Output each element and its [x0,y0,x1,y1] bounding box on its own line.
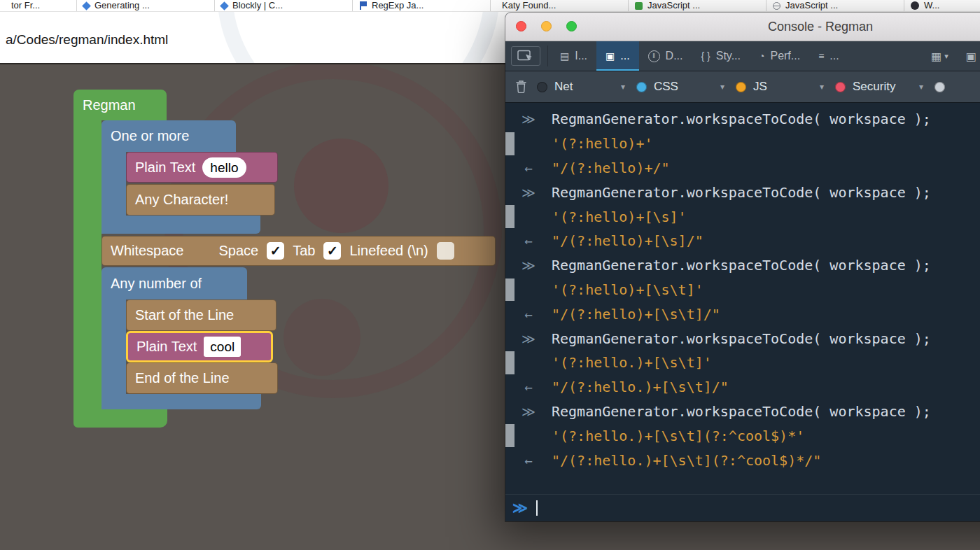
block-any-number-header[interactable]: Any number of [102,267,247,299]
screen: tor Fr...Generating ...Blockly | C...Reg… [0,0,980,550]
split-console-button[interactable]: ▣ [960,50,980,63]
devtools-tab-style_editor[interactable]: { }Sty... [692,41,750,71]
devtools-tab-network[interactable]: ≡... [809,41,848,71]
console-result-line: ←"/(?:hello)+[\s\t]/" [505,302,980,326]
devtools-tab-performance[interactable]: ◔Perf... [750,41,809,71]
plain-text-field[interactable]: hello [202,157,246,178]
browser-tab[interactable]: JavaScript ... [629,0,766,11]
devtools-tab-label: ... [620,50,629,62]
devtools-titlebar[interactable]: Console - Regman [505,13,980,41]
browser-tab[interactable]: JavaScript ... [766,0,904,11]
browser-tab[interactable]: Blockly | C... [215,0,353,11]
console-gutter [505,132,514,155]
caret-down-icon: ▾ [820,82,824,92]
filter-list: Net▾CSS▾JS▾Security▾▾ [537,80,980,94]
toolbar-right-controls: ▦ ▾ ▣ [925,41,980,71]
style_editor-icon: { } [701,50,710,62]
block-whitespace[interactable]: Whitespace Space ✓ Tab ✓ Linefeed (\n) [102,236,496,266]
console-gutter [505,449,514,472]
pick-element-button[interactable] [511,46,540,66]
devtools-toolbar: ▤I...▣...‖D...{ }Sty...◔Perf...≡... ▦ ▾ … [505,41,980,71]
filter-label: Net [554,80,573,94]
whitespace-space-label: Space [219,243,259,259]
block-regman-spine[interactable] [74,119,102,409]
console-gutter [505,376,514,399]
grid-icon: ▦ [931,50,941,63]
filter-Security-dropdown[interactable]: Security▾ [835,80,934,94]
whitespace-space-checkbox[interactable]: ✓ [267,242,284,260]
result-arrow-icon: ← [514,233,542,248]
clear-console-button[interactable] [514,79,528,94]
plain-text-edit-field[interactable]: cool [204,337,241,357]
browser-tab-label: tor Fr... [11,0,40,10]
browser-tab-label: Katy Found... [502,0,556,10]
trash-icon [514,79,528,94]
block-regman-foot[interactable] [74,409,167,428]
console-line-text: "/(?:hello)+[\s]/" [542,232,704,249]
console-gutter [505,327,514,350]
devtools-tab-debugger[interactable]: ‖D... [639,41,692,71]
browser-tab-label: Blockly | C... [232,0,283,10]
console-gutter [505,351,514,374]
filter-Net-dropdown[interactable]: Net▾ [537,80,636,94]
console-input-row[interactable]: ≫ [505,494,980,521]
block-plain-text-hello[interactable]: Plain Text hello [126,152,278,183]
start-of-line-label: Start of the Line [135,307,234,323]
inspector-icon: ▤ [560,50,569,62]
block-start-of-line[interactable]: Start of the Line [126,299,276,331]
filter-JS-dropdown[interactable]: JS▾ [736,80,835,94]
console-echo-line: '(?:hello)+[\s]' [505,204,980,229]
devtools-tab-inspector[interactable]: ▤I... [551,41,596,71]
block-any-number-foot[interactable] [102,394,261,409]
browser-tab[interactable]: tor Fr... [0,0,77,11]
devtools-window: Console - Regman ▤I...▣...‖D...{ }Sty...… [505,13,980,521]
devtools-tab-label: Perf... [770,50,800,62]
block-any-number-spine[interactable] [102,298,126,409]
dock-options-button[interactable]: ▦ ▾ [925,50,954,63]
caret-down-icon: ▾ [944,52,948,61]
filter-label: Security [853,80,895,94]
console-input-line: ≫RegmanGenerator.workspaceToCode( worksp… [505,107,980,132]
filter-CSS-dropdown[interactable]: CSS▾ [636,80,736,94]
devtools-tab-console[interactable]: ▣... [596,41,639,71]
browser-tab-label: RegExp Ja... [372,0,424,10]
result-arrow-icon: ← [514,453,542,468]
console-result-line: ←"/(?:hello.)+[\s\t](?:^cool$)*/" [505,448,980,472]
browser-tab[interactable]: Katy Found... [491,0,629,11]
whitespace-label: Whitespace [111,243,184,259]
browser-tab[interactable]: Generating ... [77,0,215,11]
console-filter-bar: Net▾CSS▾JS▾Security▾▾ [505,71,980,103]
whitespace-linefeed-checkbox[interactable] [437,242,454,260]
block-plain-text-cool[interactable]: Plain Text cool [126,331,273,362]
caret-down-icon: ▾ [621,82,625,92]
console-output: ≫RegmanGenerator.workspaceToCode( worksp… [505,103,980,494]
devtools-tab-label: D... [666,50,683,62]
filter-dot-icon [537,82,547,92]
console-echo-line: '(?:hello)+' [505,132,980,156]
console-gutter [505,400,514,423]
flag-favicon [359,1,367,10]
block-regman-header[interactable]: Regman [74,90,167,120]
console-gutter [505,205,514,228]
input-prompt-icon: ≫ [514,258,542,273]
devtools-tab-label: I... [575,50,587,62]
console-line-text: '(?:hello.)+[\s\t]' [542,354,712,371]
browser-tab[interactable]: RegExp Ja... [353,0,491,11]
address-url[interactable]: a/Codes/regman/index.html [6,32,168,48]
console-gutter [505,424,514,447]
block-any-number-label: Any number of [111,276,202,292]
block-end-of-line[interactable]: End of the Line [126,362,278,394]
filter-more-dropdown[interactable]: ▾ [934,82,980,92]
console-icon: ▣ [606,50,615,62]
browser-tab[interactable]: W... [904,0,980,11]
block-any-character[interactable]: Any Character! [126,184,275,216]
blockly-diamond-favicon [82,1,91,10]
filter-dot-icon [636,82,647,92]
whitespace-tab-checkbox[interactable]: ✓ [323,242,341,260]
watermark-blob [294,139,388,233]
block-one-or-more-foot[interactable] [102,216,260,234]
blockly-diamond-favicon [220,1,229,10]
result-arrow-icon: ← [514,160,542,176]
network-icon: ≡ [818,50,824,62]
block-one-or-more-header[interactable]: One or more [102,120,236,152]
